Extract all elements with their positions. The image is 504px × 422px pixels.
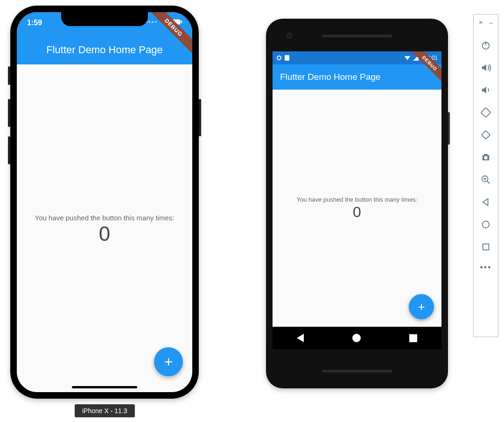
- svg-rect-2: [181, 21, 182, 23]
- counter-label: You have pushed the button this many tim…: [35, 214, 175, 222]
- plus-icon: +: [164, 353, 173, 371]
- fab-button[interactable]: +: [409, 294, 434, 319]
- emu-rotate-left-button[interactable]: [478, 101, 494, 124]
- counter-value: 0: [99, 223, 110, 245]
- emu-more-button[interactable]: •••: [480, 263, 492, 273]
- counter-label: You have pushed the button this many tim…: [297, 196, 418, 203]
- android-status-bar: 2:01: [273, 51, 441, 64]
- fab-button[interactable]: +: [154, 347, 183, 376]
- svg-rect-10: [482, 131, 490, 139]
- plus-icon: +: [418, 300, 425, 314]
- appbar-title: Flutter Demo Home Page: [46, 44, 162, 56]
- android-front-camera: [287, 33, 292, 38]
- power-icon: [481, 40, 491, 50]
- svg-rect-5: [421, 56, 425, 61]
- svg-rect-9: [481, 108, 491, 118]
- signal-icon: [145, 21, 157, 23]
- svg-rect-17: [483, 244, 489, 250]
- android-body: You have pushed the button this many tim…: [273, 90, 441, 327]
- volume-down-icon: [481, 85, 491, 95]
- emu-overview-button[interactable]: [478, 236, 494, 258]
- circle-notification-icon: [276, 55, 282, 61]
- sim-icon: [285, 55, 289, 61]
- appbar-title: Flutter Demo Home Page: [280, 72, 380, 82]
- svg-point-3: [277, 56, 281, 60]
- triangle-back-icon: [481, 197, 491, 207]
- android-home-button[interactable]: [352, 334, 361, 342]
- emulator-sidebar: × – •••: [473, 14, 498, 337]
- battery-icon: [421, 55, 425, 61]
- android-nav-bar: [273, 327, 441, 349]
- emu-minimize-button[interactable]: –: [489, 19, 493, 26]
- iphone-notch: [61, 12, 148, 26]
- emu-power-button[interactable]: [478, 34, 494, 56]
- home-indicator[interactable]: [72, 386, 137, 388]
- android-screen: 2:01 Flutter Demo Home Page DEBUG You ha…: [273, 51, 441, 349]
- wifi-icon: [160, 19, 168, 25]
- iphone-simulator-frame: DEBUG 1:59 Flutter Demo Home Page You ha…: [10, 6, 199, 399]
- svg-point-11: [484, 156, 487, 159]
- zoom-in-icon: [481, 175, 491, 185]
- android-power-button: [448, 112, 450, 145]
- iphone-body: You have pushed the button this many tim…: [17, 67, 192, 392]
- signal-icon: [413, 55, 419, 61]
- camera-icon: [481, 152, 491, 162]
- battery-icon: [171, 19, 182, 25]
- counter-value: 0: [353, 204, 361, 220]
- svg-rect-4: [285, 55, 289, 61]
- android-speaker-bottom: [322, 370, 392, 373]
- wifi-icon: [404, 55, 411, 61]
- svg-line-13: [487, 181, 490, 184]
- svg-rect-1: [171, 19, 180, 24]
- android-status-time: 2:01: [427, 55, 438, 61]
- iphone-status-icons: [145, 19, 182, 25]
- android-back-button[interactable]: [297, 334, 304, 342]
- circle-home-icon: [481, 219, 491, 230]
- emu-home-button[interactable]: [478, 213, 494, 236]
- simulator-device-caption: iPhone X - 11.3: [75, 404, 135, 417]
- emu-volume-up-button[interactable]: [478, 56, 494, 79]
- rotate-left-icon: [481, 107, 491, 118]
- emu-volume-down-button[interactable]: [478, 79, 494, 101]
- android-recents-button[interactable]: [409, 334, 417, 342]
- emu-rotate-right-button[interactable]: [478, 124, 494, 146]
- svg-point-0: [163, 23, 165, 25]
- svg-point-16: [483, 221, 490, 228]
- iphone-appbar: Flutter Demo Home Page: [17, 42, 192, 64]
- emu-zoom-button[interactable]: [478, 169, 494, 191]
- emu-screenshot-button[interactable]: [478, 146, 494, 169]
- iphone-screen: DEBUG 1:59 Flutter Demo Home Page You ha…: [17, 12, 192, 392]
- square-overview-icon: [481, 242, 491, 252]
- iphone-volume-down: [8, 136, 10, 164]
- iphone-status-time: 1:59: [27, 19, 42, 27]
- emu-back-button[interactable]: [478, 191, 494, 213]
- android-appbar: Flutter Demo Home Page DEBUG: [273, 64, 441, 90]
- rotate-right-icon: [481, 130, 491, 140]
- emu-close-button[interactable]: ×: [479, 19, 483, 26]
- svg-rect-6: [422, 55, 424, 56]
- volume-up-icon: [481, 63, 491, 73]
- android-speaker-top: [322, 35, 392, 37]
- iphone-volume-up: [8, 99, 10, 127]
- iphone-side-button: [199, 99, 201, 136]
- iphone-mute-switch: [8, 66, 10, 85]
- android-emulator-frame: 2:01 Flutter Demo Home Page DEBUG You ha…: [266, 19, 448, 388]
